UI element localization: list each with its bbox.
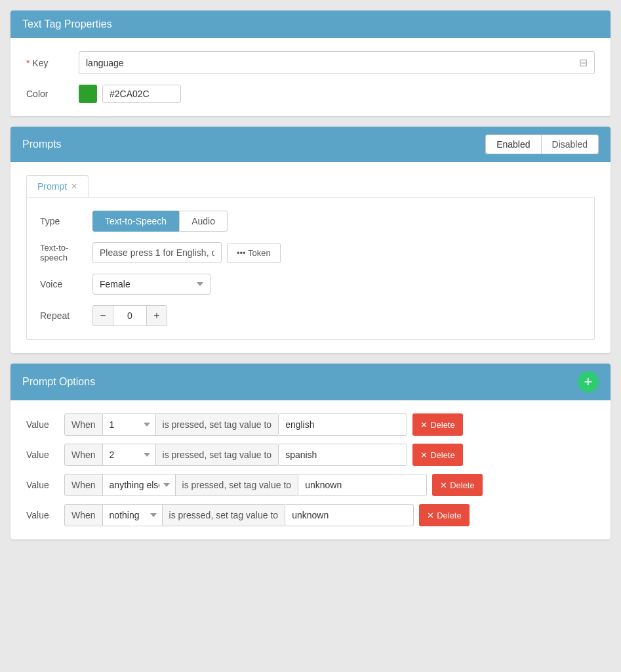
tag-value-input-3[interactable] — [298, 474, 427, 496]
delete-btn-2[interactable]: ✕ Delete — [412, 444, 463, 466]
option-control-3: When anything else 1 2 nothing is presse… — [64, 474, 427, 496]
color-swatch[interactable] — [79, 85, 97, 103]
color-label: Color — [26, 89, 79, 99]
key-icon: ⊟ — [579, 56, 588, 69]
option-label-1: Value — [26, 419, 59, 430]
voice-select[interactable]: Female Male — [92, 274, 210, 295]
tts-row: Text-to-speech ••• Token — [40, 242, 581, 263]
option-row-1: Value When 1 2 is pressed, set tag value… — [26, 413, 595, 436]
key-input-wrapper: language ⊟ — [79, 51, 595, 74]
repeat-value: 0 — [113, 305, 146, 326]
repeat-decrement-btn[interactable]: − — [92, 305, 113, 326]
prompt-tab-label: Prompt — [37, 181, 67, 192]
option-row-4: Value When nothing 1 2 anything else is … — [26, 504, 595, 526]
disabled-toggle-btn[interactable]: Disabled — [542, 135, 598, 154]
when-value-select-4[interactable]: nothing 1 2 anything else — [103, 504, 162, 526]
prompt-tab[interactable]: Prompt ✕ — [26, 175, 89, 197]
prompts-header: Prompts Enabled Disabled — [10, 127, 611, 162]
pressed-text-2: is pressed, set tag value to — [155, 444, 279, 466]
enabled-toggle-btn[interactable]: Enabled — [486, 135, 541, 154]
tab-container: Prompt ✕ — [26, 175, 595, 198]
delete-btn-1[interactable]: ✕ Delete — [412, 413, 463, 436]
when-label-4: When — [64, 504, 103, 526]
when-label-3: When — [64, 474, 103, 496]
prompt-options-header: Prompt Options + — [10, 364, 611, 400]
delete-x-icon-4: ✕ — [427, 511, 434, 520]
option-label-2: Value — [26, 450, 59, 460]
repeat-row: Repeat − 0 + — [40, 305, 581, 326]
token-btn[interactable]: ••• Token — [227, 243, 281, 263]
key-row: * Key language ⊟ — [26, 51, 595, 74]
option-control-1: When 1 2 is pressed, set tag value to — [64, 413, 407, 436]
voice-label: Voice — [40, 279, 92, 289]
type-group: Text-to-Speech Audio — [92, 211, 228, 232]
add-icon: + — [584, 375, 593, 389]
delete-btn-4[interactable]: ✕ Delete — [419, 504, 470, 526]
delete-x-icon-1: ✕ — [420, 420, 428, 430]
option-control-2: When 2 1 is pressed, set tag value to — [64, 444, 407, 466]
color-row: Color — [26, 85, 595, 103]
tts-label: Text-to-speech — [40, 243, 92, 262]
tts-input[interactable] — [92, 242, 222, 263]
delete-x-icon-2: ✕ — [420, 450, 428, 460]
type-label: Type — [40, 216, 92, 226]
color-hex-input[interactable] — [102, 85, 181, 103]
option-label-4: Value — [26, 510, 59, 520]
pressed-text-1: is pressed, set tag value to — [155, 413, 279, 436]
pressed-text-3: is pressed, set tag value to — [175, 474, 298, 496]
prompt-options-card: Prompt Options + Value When 1 2 is press… — [10, 364, 611, 539]
tag-value-input-1[interactable] — [278, 413, 407, 436]
enabled-disabled-toggle: Enabled Disabled — [485, 135, 599, 154]
voice-row: Voice Female Male — [40, 274, 581, 295]
text-tag-properties-title: Text Tag Properties — [22, 18, 112, 30]
tag-value-input-4[interactable] — [285, 504, 414, 526]
type-tts-btn[interactable]: Text-to-Speech — [92, 211, 179, 232]
prompts-title: Prompts — [22, 138, 62, 150]
tag-value-input-2[interactable] — [278, 444, 407, 466]
text-tag-properties-header: Text Tag Properties — [10, 10, 611, 38]
type-row: Type Text-to-Speech Audio — [40, 211, 581, 232]
prompt-tabs: Prompt ✕ Type Text-to-Speech Audio Text-… — [26, 175, 595, 340]
option-row-3: Value When anything else 1 2 nothing is … — [26, 474, 595, 496]
key-label: * Key — [26, 58, 79, 68]
repeat-increment-btn[interactable]: + — [146, 305, 167, 326]
add-option-btn[interactable]: + — [578, 371, 599, 392]
option-row-2: Value When 2 1 is pressed, set tag value… — [26, 444, 595, 466]
repeat-label: Repeat — [40, 310, 92, 321]
option-control-4: When nothing 1 2 anything else is presse… — [64, 504, 414, 526]
pressed-text-4: is pressed, set tag value to — [162, 504, 285, 526]
color-picker-group — [79, 85, 181, 103]
when-value-select-1[interactable]: 1 2 — [103, 413, 155, 436]
option-label-3: Value — [26, 480, 59, 490]
text-tag-properties-body: * Key language ⊟ Color — [10, 38, 611, 116]
key-value: language — [86, 58, 124, 68]
prompt-options-title: Prompt Options — [22, 376, 95, 388]
tab-content: Type Text-to-Speech Audio Text-to-speech… — [26, 198, 595, 340]
repeat-stepper: − 0 + — [92, 305, 167, 326]
when-value-select-2[interactable]: 2 1 — [103, 444, 155, 466]
close-tab-icon[interactable]: ✕ — [71, 182, 77, 191]
type-audio-btn[interactable]: Audio — [179, 211, 228, 232]
delete-x-icon-3: ✕ — [440, 480, 447, 490]
prompt-options-body: Value When 1 2 is pressed, set tag value… — [10, 400, 611, 539]
when-label-1: When — [64, 413, 103, 436]
when-value-select-3[interactable]: anything else 1 2 nothing — [103, 474, 175, 496]
when-label-2: When — [64, 444, 103, 466]
tts-input-group: ••• Token — [92, 242, 281, 263]
text-tag-properties-card: Text Tag Properties * Key language ⊟ Col… — [10, 10, 611, 116]
delete-btn-3[interactable]: ✕ Delete — [432, 474, 483, 496]
prompts-body: Prompt ✕ Type Text-to-Speech Audio Text-… — [10, 162, 611, 353]
prompts-card: Prompts Enabled Disabled Prompt ✕ Type T… — [10, 127, 611, 353]
